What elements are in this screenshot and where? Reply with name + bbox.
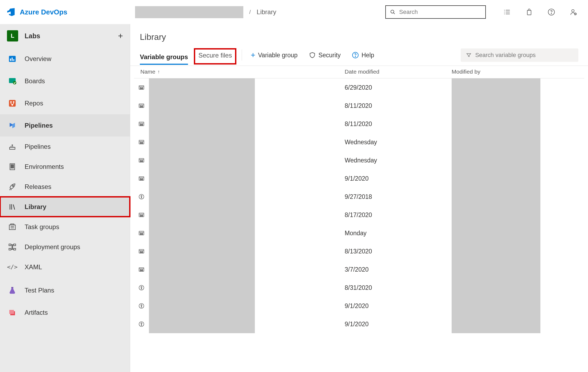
row-name-redacted: [149, 188, 255, 206]
artifacts-icon: [8, 309, 16, 317]
project-selector[interactable]: L Labs +: [0, 24, 130, 48]
table-row[interactable]: {x}Wednesday: [134, 151, 584, 169]
svg-point-9: [551, 13, 552, 14]
overview-icon: [8, 55, 16, 63]
table-row[interactable]: {x}6/29/2020: [134, 78, 584, 97]
tab-secure-files[interactable]: Secure files: [194, 48, 236, 64]
keyvault-icon: [134, 303, 149, 309]
filter-box[interactable]: [461, 48, 578, 62]
col-modified-by[interactable]: Modified by: [452, 69, 584, 75]
tab-variable-groups[interactable]: Variable groups: [140, 50, 188, 64]
table-row[interactable]: 9/1/2020: [134, 297, 584, 315]
svg-rect-37: [14, 244, 16, 245]
variable-group-icon: {x}: [134, 248, 149, 255]
deployment-groups-icon: [8, 243, 16, 251]
table-row[interactable]: {x}3/7/2020: [134, 260, 584, 279]
svg-point-81: [141, 323, 142, 324]
row-modified-by-redacted: [452, 206, 540, 224]
help-icon[interactable]: [548, 8, 555, 16]
nav-test-plans[interactable]: Test Plans: [0, 279, 130, 301]
row-name-redacted: [149, 115, 255, 133]
row-name-redacted: [149, 297, 255, 315]
nav-task-groups[interactable]: Task groups: [0, 217, 130, 237]
variable-group-icon: {x}: [134, 175, 149, 182]
row-name-redacted: [149, 260, 255, 279]
nav-deployment-groups[interactable]: Deployment groups: [0, 237, 130, 257]
table-row[interactable]: 9/27/2018: [134, 188, 584, 206]
action-security[interactable]: Security: [309, 52, 341, 63]
row-modified-by-redacted: [452, 224, 540, 242]
global-search[interactable]: [385, 5, 486, 19]
variable-group-icon: {x}: [134, 266, 149, 273]
user-settings-icon[interactable]: [570, 8, 577, 16]
nav-label: Releases: [25, 183, 51, 191]
variable-group-icon: {x}: [134, 157, 149, 164]
brand[interactable]: Azure DevOps: [7, 7, 130, 17]
breadcrumb-project-redacted[interactable]: [135, 6, 243, 18]
variable-group-icon: {x}: [134, 84, 149, 91]
svg-rect-41: [9, 310, 14, 314]
svg-text:{x}: {x}: [140, 87, 143, 89]
variable-group-icon: {x}: [134, 103, 149, 109]
svg-text:{x}: {x}: [140, 251, 143, 253]
boards-icon: [8, 77, 16, 85]
marketplace-icon[interactable]: [525, 8, 533, 16]
table-row[interactable]: {x}8/13/2020: [134, 242, 584, 260]
nav-overview[interactable]: Overview: [0, 48, 130, 70]
table-row[interactable]: 9/1/2020: [134, 315, 584, 333]
nav-label: Task groups: [25, 223, 59, 231]
nav-releases[interactable]: Releases: [0, 177, 130, 197]
nav-xaml[interactable]: </> XAML: [0, 257, 130, 277]
repos-icon: [8, 99, 16, 107]
svg-text:{x}: {x}: [140, 178, 143, 180]
table-row[interactable]: {x}8/11/2020: [134, 115, 584, 133]
keyvault-icon: [134, 193, 149, 200]
azure-devops-logo-icon: [7, 7, 16, 17]
table-row[interactable]: {x}Monday: [134, 224, 584, 242]
nav-label: Repos: [25, 100, 43, 107]
svg-text:{x}: {x}: [140, 160, 143, 162]
table-row[interactable]: {x}8/17/2020: [134, 206, 584, 224]
col-date[interactable]: Date modified: [345, 69, 452, 75]
nav-label: XAML: [25, 263, 42, 271]
nav-repos[interactable]: Repos: [0, 92, 130, 114]
row-name-redacted: [149, 279, 255, 297]
breadcrumb-current[interactable]: Library: [257, 8, 276, 16]
nav-boards[interactable]: Boards: [0, 70, 130, 92]
variable-group-icon: {x}: [134, 139, 149, 145]
nav-label: Deployment groups: [25, 243, 80, 251]
row-date: 6/29/2020: [345, 84, 452, 91]
table-row[interactable]: {x}8/11/2020: [134, 97, 584, 115]
variable-group-icon: {x}: [134, 230, 149, 236]
work-items-icon[interactable]: [503, 8, 511, 16]
nav-pipelines-group[interactable]: Pipelines: [0, 114, 130, 136]
row-modified-by-redacted: [452, 242, 540, 260]
col-name[interactable]: Name ↑: [134, 69, 345, 75]
svg-text:{x}: {x}: [140, 233, 143, 235]
nav-artifacts[interactable]: Artifacts: [0, 301, 130, 324]
row-date: 9/1/2020: [345, 175, 452, 182]
action-add-variable-group[interactable]: + Variable group: [251, 51, 297, 63]
row-name-redacted: [149, 242, 255, 260]
nav-label: Overview: [25, 55, 51, 63]
add-icon[interactable]: +: [118, 31, 123, 41]
filter-input[interactable]: [475, 52, 573, 59]
nav-label: Test Plans: [25, 287, 54, 294]
action-help[interactable]: Help: [352, 52, 374, 63]
library-icon: [8, 203, 16, 211]
svg-rect-31: [9, 225, 16, 230]
nav-environments[interactable]: Environments: [0, 157, 130, 177]
nav-library[interactable]: Library: [0, 197, 130, 217]
top-icons: [503, 8, 577, 16]
nav-pipelines[interactable]: Pipelines: [0, 136, 130, 157]
xaml-icon: </>: [7, 264, 18, 270]
plus-icon: +: [251, 51, 255, 60]
nav: Overview Boards Repos Pipelines Pipeline…: [0, 48, 130, 324]
global-search-input[interactable]: [399, 9, 481, 16]
table-row[interactable]: {x}Wednesday: [134, 133, 584, 151]
svg-rect-15: [13, 59, 14, 61]
search-icon: [390, 9, 395, 15]
table-row[interactable]: {x}9/1/2020: [134, 169, 584, 188]
table-row[interactable]: 8/31/2020: [134, 279, 584, 297]
row-date: Wednesday: [345, 139, 452, 146]
